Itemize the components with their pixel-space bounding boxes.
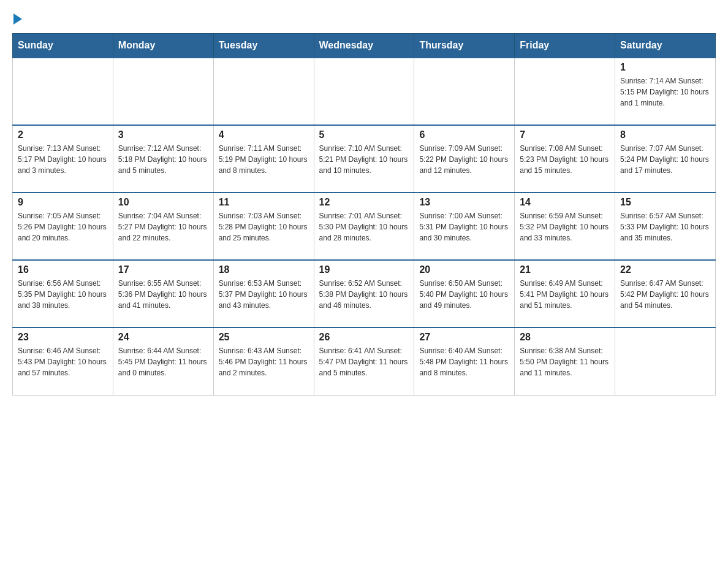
day-info: Sunrise: 7:14 AM Sunset: 5:15 PM Dayligh… bbox=[620, 75, 710, 109]
day-info: Sunrise: 7:05 AM Sunset: 5:26 PM Dayligh… bbox=[18, 210, 108, 243]
day-info: Sunrise: 6:56 AM Sunset: 5:35 PM Dayligh… bbox=[18, 278, 108, 311]
calendar-day-cell: 24Sunrise: 6:44 AM Sunset: 5:45 PM Dayli… bbox=[113, 327, 213, 395]
calendar-day-cell bbox=[414, 58, 515, 125]
calendar-day-cell bbox=[13, 58, 113, 125]
calendar-day-cell: 26Sunrise: 6:41 AM Sunset: 5:47 PM Dayli… bbox=[314, 327, 414, 395]
day-number: 5 bbox=[319, 129, 409, 140]
day-of-week-header: Monday bbox=[113, 34, 213, 58]
day-number: 18 bbox=[219, 264, 309, 275]
day-number: 19 bbox=[319, 264, 409, 275]
logo-general-text bbox=[12, 12, 22, 25]
day-number: 22 bbox=[620, 264, 710, 275]
day-number: 23 bbox=[18, 332, 108, 343]
day-info: Sunrise: 7:09 AM Sunset: 5:22 PM Dayligh… bbox=[419, 143, 509, 176]
day-of-week-header: Saturday bbox=[615, 34, 716, 58]
day-info: Sunrise: 7:10 AM Sunset: 5:21 PM Dayligh… bbox=[319, 143, 409, 176]
day-number: 16 bbox=[18, 264, 108, 275]
calendar-day-cell: 19Sunrise: 6:52 AM Sunset: 5:38 PM Dayli… bbox=[314, 260, 414, 327]
day-number: 21 bbox=[520, 264, 610, 275]
day-number: 13 bbox=[419, 197, 509, 208]
calendar-day-cell: 25Sunrise: 6:43 AM Sunset: 5:46 PM Dayli… bbox=[213, 327, 314, 395]
day-number: 20 bbox=[419, 264, 509, 275]
day-info: Sunrise: 6:59 AM Sunset: 5:32 PM Dayligh… bbox=[520, 210, 610, 243]
calendar-day-cell: 6Sunrise: 7:09 AM Sunset: 5:22 PM Daylig… bbox=[414, 125, 515, 193]
day-of-week-header: Friday bbox=[515, 34, 615, 58]
calendar-week-row: 16Sunrise: 6:56 AM Sunset: 5:35 PM Dayli… bbox=[13, 260, 716, 327]
calendar-day-cell: 5Sunrise: 7:10 AM Sunset: 5:21 PM Daylig… bbox=[314, 125, 414, 193]
day-number: 11 bbox=[219, 197, 309, 208]
day-info: Sunrise: 6:38 AM Sunset: 5:50 PM Dayligh… bbox=[520, 345, 610, 378]
calendar-week-row: 23Sunrise: 6:46 AM Sunset: 5:43 PM Dayli… bbox=[13, 327, 716, 395]
day-number: 25 bbox=[219, 332, 309, 343]
calendar-header-row: SundayMondayTuesdayWednesdayThursdayFrid… bbox=[13, 34, 716, 58]
calendar-day-cell bbox=[113, 58, 213, 125]
day-number: 10 bbox=[118, 197, 208, 208]
calendar-day-cell: 27Sunrise: 6:40 AM Sunset: 5:48 PM Dayli… bbox=[414, 327, 515, 395]
day-info: Sunrise: 6:50 AM Sunset: 5:40 PM Dayligh… bbox=[419, 278, 509, 311]
day-info: Sunrise: 6:40 AM Sunset: 5:48 PM Dayligh… bbox=[419, 345, 509, 378]
calendar-day-cell: 9Sunrise: 7:05 AM Sunset: 5:26 PM Daylig… bbox=[13, 193, 113, 260]
day-of-week-header: Sunday bbox=[13, 34, 113, 58]
calendar-day-cell: 16Sunrise: 6:56 AM Sunset: 5:35 PM Dayli… bbox=[13, 260, 113, 327]
calendar-day-cell bbox=[314, 58, 414, 125]
day-number: 4 bbox=[219, 129, 309, 140]
calendar-day-cell: 20Sunrise: 6:50 AM Sunset: 5:40 PM Dayli… bbox=[414, 260, 515, 327]
day-info: Sunrise: 7:00 AM Sunset: 5:31 PM Dayligh… bbox=[419, 210, 509, 243]
calendar-week-row: 9Sunrise: 7:05 AM Sunset: 5:26 PM Daylig… bbox=[13, 193, 716, 260]
calendar-day-cell: 11Sunrise: 7:03 AM Sunset: 5:28 PM Dayli… bbox=[213, 193, 314, 260]
day-info: Sunrise: 7:04 AM Sunset: 5:27 PM Dayligh… bbox=[118, 210, 208, 243]
day-info: Sunrise: 7:08 AM Sunset: 5:23 PM Dayligh… bbox=[520, 143, 610, 176]
day-number: 2 bbox=[18, 129, 108, 140]
day-info: Sunrise: 7:12 AM Sunset: 5:18 PM Dayligh… bbox=[118, 143, 208, 176]
calendar-day-cell: 17Sunrise: 6:55 AM Sunset: 5:36 PM Dayli… bbox=[113, 260, 213, 327]
calendar-day-cell: 3Sunrise: 7:12 AM Sunset: 5:18 PM Daylig… bbox=[113, 125, 213, 193]
calendar-day-cell: 23Sunrise: 6:46 AM Sunset: 5:43 PM Dayli… bbox=[13, 327, 113, 395]
calendar-table: SundayMondayTuesdayWednesdayThursdayFrid… bbox=[12, 33, 716, 396]
day-number: 26 bbox=[319, 332, 409, 343]
calendar-day-cell bbox=[615, 327, 716, 395]
day-info: Sunrise: 6:46 AM Sunset: 5:43 PM Dayligh… bbox=[18, 345, 108, 378]
calendar-day-cell: 28Sunrise: 6:38 AM Sunset: 5:50 PM Dayli… bbox=[515, 327, 615, 395]
day-number: 28 bbox=[520, 332, 610, 343]
day-info: Sunrise: 7:03 AM Sunset: 5:28 PM Dayligh… bbox=[219, 210, 309, 243]
calendar-day-cell: 21Sunrise: 6:49 AM Sunset: 5:41 PM Dayli… bbox=[515, 260, 615, 327]
day-number: 8 bbox=[620, 129, 710, 140]
calendar-day-cell: 22Sunrise: 6:47 AM Sunset: 5:42 PM Dayli… bbox=[615, 260, 716, 327]
day-info: Sunrise: 6:52 AM Sunset: 5:38 PM Dayligh… bbox=[319, 278, 409, 311]
day-number: 7 bbox=[520, 129, 610, 140]
day-number: 1 bbox=[620, 62, 710, 73]
day-info: Sunrise: 7:01 AM Sunset: 5:30 PM Dayligh… bbox=[319, 210, 409, 243]
day-number: 3 bbox=[118, 129, 208, 140]
day-number: 24 bbox=[118, 332, 208, 343]
calendar-day-cell: 8Sunrise: 7:07 AM Sunset: 5:24 PM Daylig… bbox=[615, 125, 716, 193]
day-number: 15 bbox=[620, 197, 710, 208]
day-number: 17 bbox=[118, 264, 208, 275]
day-of-week-header: Tuesday bbox=[213, 34, 314, 58]
calendar-day-cell: 10Sunrise: 7:04 AM Sunset: 5:27 PM Dayli… bbox=[113, 193, 213, 260]
calendar-day-cell: 18Sunrise: 6:53 AM Sunset: 5:37 PM Dayli… bbox=[213, 260, 314, 327]
calendar-day-cell: 2Sunrise: 7:13 AM Sunset: 5:17 PM Daylig… bbox=[13, 125, 113, 193]
page-header bbox=[12, 12, 716, 21]
day-info: Sunrise: 6:57 AM Sunset: 5:33 PM Dayligh… bbox=[620, 210, 710, 243]
day-info: Sunrise: 6:41 AM Sunset: 5:47 PM Dayligh… bbox=[319, 345, 409, 378]
day-info: Sunrise: 6:53 AM Sunset: 5:37 PM Dayligh… bbox=[219, 278, 309, 311]
calendar-day-cell: 12Sunrise: 7:01 AM Sunset: 5:30 PM Dayli… bbox=[314, 193, 414, 260]
calendar-day-cell: 4Sunrise: 7:11 AM Sunset: 5:19 PM Daylig… bbox=[213, 125, 314, 193]
calendar-day-cell bbox=[515, 58, 615, 125]
day-info: Sunrise: 6:49 AM Sunset: 5:41 PM Dayligh… bbox=[520, 278, 610, 311]
day-number: 27 bbox=[419, 332, 509, 343]
day-info: Sunrise: 7:07 AM Sunset: 5:24 PM Dayligh… bbox=[620, 143, 710, 176]
calendar-day-cell: 13Sunrise: 7:00 AM Sunset: 5:31 PM Dayli… bbox=[414, 193, 515, 260]
day-info: Sunrise: 7:13 AM Sunset: 5:17 PM Dayligh… bbox=[18, 143, 108, 176]
calendar-week-row: 2Sunrise: 7:13 AM Sunset: 5:17 PM Daylig… bbox=[13, 125, 716, 193]
day-number: 9 bbox=[18, 197, 108, 208]
calendar-day-cell bbox=[213, 58, 314, 125]
calendar-week-row: 1Sunrise: 7:14 AM Sunset: 5:15 PM Daylig… bbox=[13, 58, 716, 125]
day-number: 14 bbox=[520, 197, 610, 208]
day-number: 6 bbox=[419, 129, 509, 140]
day-info: Sunrise: 6:43 AM Sunset: 5:46 PM Dayligh… bbox=[219, 345, 309, 378]
calendar-day-cell: 7Sunrise: 7:08 AM Sunset: 5:23 PM Daylig… bbox=[515, 125, 615, 193]
day-info: Sunrise: 6:44 AM Sunset: 5:45 PM Dayligh… bbox=[118, 345, 208, 378]
calendar-day-cell: 1Sunrise: 7:14 AM Sunset: 5:15 PM Daylig… bbox=[615, 58, 716, 125]
day-of-week-header: Wednesday bbox=[314, 34, 414, 58]
